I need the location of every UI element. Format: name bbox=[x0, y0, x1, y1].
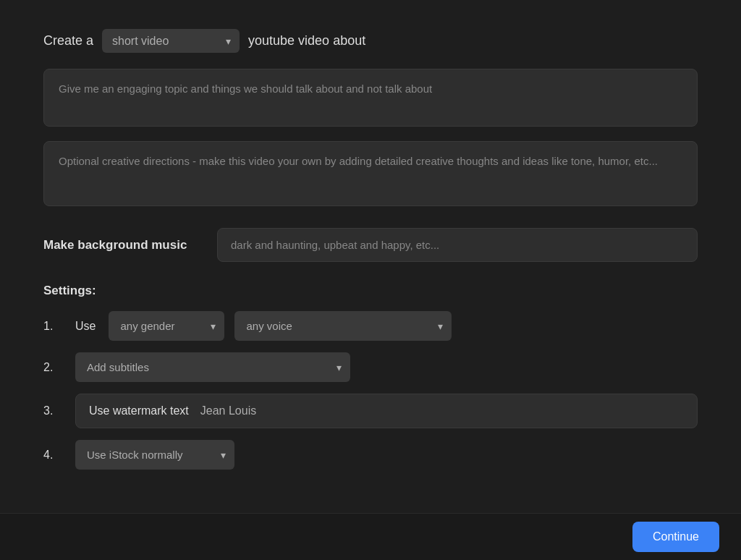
istock-select-wrapper[interactable]: Use iStock normally No iStock iStock pre… bbox=[75, 440, 234, 470]
bottom-bar: Continue bbox=[0, 513, 741, 560]
create-row: Create a short video long video tutorial… bbox=[43, 29, 698, 53]
voice-select[interactable]: any voice voice 1 voice 2 bbox=[234, 311, 452, 341]
creative-directions-textarea[interactable] bbox=[43, 141, 698, 206]
main-container: Create a short video long video tutorial… bbox=[0, 0, 741, 560]
setting-row-2: 2. Add subtitles No subtitles Auto subti… bbox=[43, 352, 698, 382]
setting-3-number: 3. bbox=[43, 404, 65, 417]
watermark-container: Use watermark text Jean Louis bbox=[75, 394, 698, 428]
type-select-wrapper[interactable]: short video long video tutorial ▾ bbox=[102, 29, 240, 53]
setting-row-3: 3. Use watermark text Jean Louis bbox=[43, 394, 698, 428]
settings-heading: Settings: bbox=[43, 284, 698, 298]
youtube-suffix-label: youtube video about bbox=[248, 33, 365, 48]
voice-select-wrapper[interactable]: any voice voice 1 voice 2 ▾ bbox=[234, 311, 452, 341]
music-input[interactable] bbox=[217, 228, 698, 262]
setting-4-number: 4. bbox=[43, 449, 65, 462]
topic-textarea[interactable] bbox=[43, 69, 698, 127]
music-row: Make background music bbox=[43, 228, 698, 262]
gender-select-wrapper[interactable]: any gender male female ▾ bbox=[109, 311, 224, 341]
create-prefix-label: Create a bbox=[43, 33, 93, 48]
setting-1-number: 1. bbox=[43, 320, 65, 333]
gender-select[interactable]: any gender male female bbox=[109, 311, 224, 341]
setting-2-number: 2. bbox=[43, 361, 65, 374]
music-label: Make background music bbox=[43, 238, 203, 253]
setting-1-use-label: Use bbox=[75, 320, 96, 333]
istock-select[interactable]: Use iStock normally No iStock iStock pre… bbox=[75, 440, 234, 470]
continue-button[interactable]: Continue bbox=[632, 522, 719, 552]
watermark-value: Jean Louis bbox=[200, 404, 256, 417]
video-type-select[interactable]: short video long video tutorial bbox=[102, 29, 240, 53]
setting-row-4: 4. Use iStock normally No iStock iStock … bbox=[43, 440, 698, 470]
subtitles-select-wrapper[interactable]: Add subtitles No subtitles Auto subtitle… bbox=[75, 352, 350, 382]
watermark-label: Use watermark text bbox=[89, 404, 189, 417]
setting-row-1: 1. Use any gender male female ▾ any voic… bbox=[43, 311, 698, 341]
subtitles-select[interactable]: Add subtitles No subtitles Auto subtitle… bbox=[75, 352, 350, 382]
